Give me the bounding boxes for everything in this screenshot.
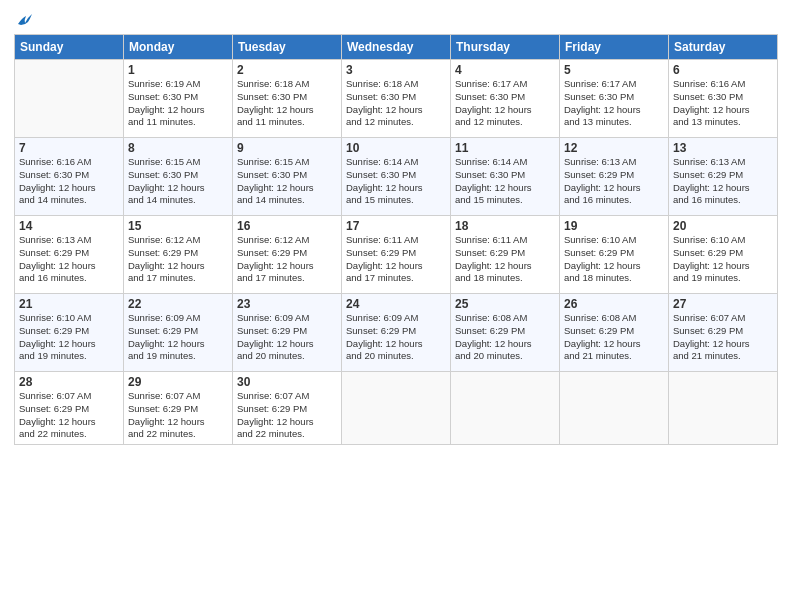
day-number: 2	[237, 63, 337, 77]
calendar-cell	[342, 372, 451, 445]
day-number: 13	[673, 141, 773, 155]
week-row-3: 14Sunrise: 6:13 AM Sunset: 6:29 PM Dayli…	[15, 216, 778, 294]
day-info: Sunrise: 6:09 AM Sunset: 6:29 PM Dayligh…	[346, 312, 446, 363]
calendar-cell: 23Sunrise: 6:09 AM Sunset: 6:29 PM Dayli…	[233, 294, 342, 372]
day-info: Sunrise: 6:17 AM Sunset: 6:30 PM Dayligh…	[455, 78, 555, 129]
calendar-cell: 6Sunrise: 6:16 AM Sunset: 6:30 PM Daylig…	[669, 60, 778, 138]
calendar-cell: 28Sunrise: 6:07 AM Sunset: 6:29 PM Dayli…	[15, 372, 124, 445]
calendar-cell: 16Sunrise: 6:12 AM Sunset: 6:29 PM Dayli…	[233, 216, 342, 294]
calendar-cell: 20Sunrise: 6:10 AM Sunset: 6:29 PM Dayli…	[669, 216, 778, 294]
day-info: Sunrise: 6:11 AM Sunset: 6:29 PM Dayligh…	[455, 234, 555, 285]
calendar-cell	[451, 372, 560, 445]
day-number: 6	[673, 63, 773, 77]
day-number: 25	[455, 297, 555, 311]
calendar-cell: 13Sunrise: 6:13 AM Sunset: 6:29 PM Dayli…	[669, 138, 778, 216]
calendar-cell: 24Sunrise: 6:09 AM Sunset: 6:29 PM Dayli…	[342, 294, 451, 372]
day-info: Sunrise: 6:09 AM Sunset: 6:29 PM Dayligh…	[128, 312, 228, 363]
week-row-4: 21Sunrise: 6:10 AM Sunset: 6:29 PM Dayli…	[15, 294, 778, 372]
day-info: Sunrise: 6:08 AM Sunset: 6:29 PM Dayligh…	[564, 312, 664, 363]
day-info: Sunrise: 6:16 AM Sunset: 6:30 PM Dayligh…	[673, 78, 773, 129]
day-number: 12	[564, 141, 664, 155]
day-number: 21	[19, 297, 119, 311]
day-info: Sunrise: 6:07 AM Sunset: 6:29 PM Dayligh…	[673, 312, 773, 363]
calendar-cell: 8Sunrise: 6:15 AM Sunset: 6:30 PM Daylig…	[124, 138, 233, 216]
day-info: Sunrise: 6:09 AM Sunset: 6:29 PM Dayligh…	[237, 312, 337, 363]
day-number: 24	[346, 297, 446, 311]
week-row-2: 7Sunrise: 6:16 AM Sunset: 6:30 PM Daylig…	[15, 138, 778, 216]
calendar-cell: 15Sunrise: 6:12 AM Sunset: 6:29 PM Dayli…	[124, 216, 233, 294]
weekday-header-tuesday: Tuesday	[233, 35, 342, 60]
calendar-cell: 2Sunrise: 6:18 AM Sunset: 6:30 PM Daylig…	[233, 60, 342, 138]
calendar-cell: 10Sunrise: 6:14 AM Sunset: 6:30 PM Dayli…	[342, 138, 451, 216]
day-number: 10	[346, 141, 446, 155]
day-number: 22	[128, 297, 228, 311]
weekday-header-sunday: Sunday	[15, 35, 124, 60]
calendar-cell: 19Sunrise: 6:10 AM Sunset: 6:29 PM Dayli…	[560, 216, 669, 294]
calendar-cell: 22Sunrise: 6:09 AM Sunset: 6:29 PM Dayli…	[124, 294, 233, 372]
day-info: Sunrise: 6:08 AM Sunset: 6:29 PM Dayligh…	[455, 312, 555, 363]
day-number: 29	[128, 375, 228, 389]
calendar-cell: 4Sunrise: 6:17 AM Sunset: 6:30 PM Daylig…	[451, 60, 560, 138]
calendar-cell: 27Sunrise: 6:07 AM Sunset: 6:29 PM Dayli…	[669, 294, 778, 372]
day-info: Sunrise: 6:14 AM Sunset: 6:30 PM Dayligh…	[455, 156, 555, 207]
day-info: Sunrise: 6:17 AM Sunset: 6:30 PM Dayligh…	[564, 78, 664, 129]
day-number: 1	[128, 63, 228, 77]
calendar-cell: 25Sunrise: 6:08 AM Sunset: 6:29 PM Dayli…	[451, 294, 560, 372]
day-number: 15	[128, 219, 228, 233]
day-info: Sunrise: 6:11 AM Sunset: 6:29 PM Dayligh…	[346, 234, 446, 285]
day-number: 14	[19, 219, 119, 233]
day-info: Sunrise: 6:10 AM Sunset: 6:29 PM Dayligh…	[19, 312, 119, 363]
day-info: Sunrise: 6:12 AM Sunset: 6:29 PM Dayligh…	[237, 234, 337, 285]
day-number: 26	[564, 297, 664, 311]
day-number: 4	[455, 63, 555, 77]
weekday-header-row: SundayMondayTuesdayWednesdayThursdayFrid…	[15, 35, 778, 60]
day-info: Sunrise: 6:07 AM Sunset: 6:29 PM Dayligh…	[237, 390, 337, 441]
calendar-cell: 12Sunrise: 6:13 AM Sunset: 6:29 PM Dayli…	[560, 138, 669, 216]
weekday-header-monday: Monday	[124, 35, 233, 60]
calendar-cell	[560, 372, 669, 445]
day-info: Sunrise: 6:15 AM Sunset: 6:30 PM Dayligh…	[237, 156, 337, 207]
calendar-cell: 21Sunrise: 6:10 AM Sunset: 6:29 PM Dayli…	[15, 294, 124, 372]
day-info: Sunrise: 6:07 AM Sunset: 6:29 PM Dayligh…	[19, 390, 119, 441]
logo-text	[14, 10, 34, 28]
day-number: 16	[237, 219, 337, 233]
calendar-cell: 30Sunrise: 6:07 AM Sunset: 6:29 PM Dayli…	[233, 372, 342, 445]
logo	[14, 10, 34, 28]
day-info: Sunrise: 6:10 AM Sunset: 6:29 PM Dayligh…	[673, 234, 773, 285]
day-info: Sunrise: 6:15 AM Sunset: 6:30 PM Dayligh…	[128, 156, 228, 207]
day-number: 30	[237, 375, 337, 389]
day-number: 7	[19, 141, 119, 155]
header	[14, 10, 778, 28]
day-number: 27	[673, 297, 773, 311]
calendar-table: SundayMondayTuesdayWednesdayThursdayFrid…	[14, 34, 778, 445]
day-number: 3	[346, 63, 446, 77]
day-info: Sunrise: 6:14 AM Sunset: 6:30 PM Dayligh…	[346, 156, 446, 207]
calendar-cell: 9Sunrise: 6:15 AM Sunset: 6:30 PM Daylig…	[233, 138, 342, 216]
day-number: 8	[128, 141, 228, 155]
day-number: 23	[237, 297, 337, 311]
day-info: Sunrise: 6:16 AM Sunset: 6:30 PM Dayligh…	[19, 156, 119, 207]
calendar-cell: 7Sunrise: 6:16 AM Sunset: 6:30 PM Daylig…	[15, 138, 124, 216]
logo-bird-icon	[16, 10, 34, 28]
weekday-header-saturday: Saturday	[669, 35, 778, 60]
weekday-header-wednesday: Wednesday	[342, 35, 451, 60]
day-number: 5	[564, 63, 664, 77]
day-info: Sunrise: 6:18 AM Sunset: 6:30 PM Dayligh…	[346, 78, 446, 129]
day-number: 17	[346, 219, 446, 233]
day-info: Sunrise: 6:19 AM Sunset: 6:30 PM Dayligh…	[128, 78, 228, 129]
day-number: 18	[455, 219, 555, 233]
day-number: 9	[237, 141, 337, 155]
calendar-cell: 26Sunrise: 6:08 AM Sunset: 6:29 PM Dayli…	[560, 294, 669, 372]
day-info: Sunrise: 6:13 AM Sunset: 6:29 PM Dayligh…	[564, 156, 664, 207]
calendar-cell	[15, 60, 124, 138]
day-number: 28	[19, 375, 119, 389]
page: SundayMondayTuesdayWednesdayThursdayFrid…	[0, 0, 792, 612]
calendar-cell	[669, 372, 778, 445]
day-info: Sunrise: 6:10 AM Sunset: 6:29 PM Dayligh…	[564, 234, 664, 285]
day-number: 19	[564, 219, 664, 233]
calendar-cell: 11Sunrise: 6:14 AM Sunset: 6:30 PM Dayli…	[451, 138, 560, 216]
calendar-cell: 3Sunrise: 6:18 AM Sunset: 6:30 PM Daylig…	[342, 60, 451, 138]
day-info: Sunrise: 6:07 AM Sunset: 6:29 PM Dayligh…	[128, 390, 228, 441]
weekday-header-thursday: Thursday	[451, 35, 560, 60]
calendar-cell: 14Sunrise: 6:13 AM Sunset: 6:29 PM Dayli…	[15, 216, 124, 294]
